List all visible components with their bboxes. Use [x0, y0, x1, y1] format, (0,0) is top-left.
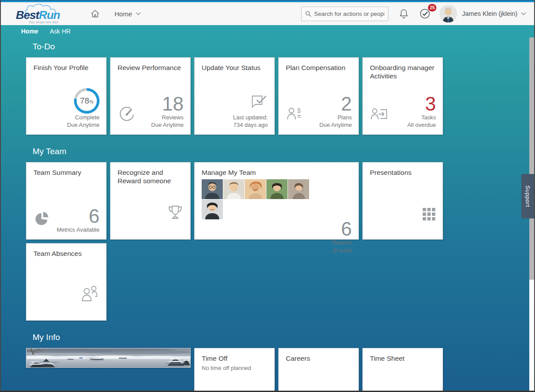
- onboarding-person-arrow-icon: [370, 106, 388, 122]
- tile-presentations[interactable]: Presentations: [362, 162, 443, 240]
- tab-home[interactable]: Home: [21, 28, 38, 35]
- tile-number: 2: [319, 94, 352, 114]
- people-icon: [80, 285, 100, 302]
- tile-time-sheet[interactable]: Time Sheet 5: [362, 348, 443, 391]
- header-home-label: Home: [114, 10, 132, 18]
- tile-number-alert: 3: [407, 94, 436, 114]
- tile-caption: Complete: [67, 114, 100, 121]
- logo-run-text: Run: [39, 8, 60, 22]
- tile-title: Plan Compensation: [286, 63, 352, 72]
- tile-subtitle: No time off planned: [202, 365, 268, 371]
- global-search[interactable]: [301, 7, 388, 21]
- trophy-icon: [167, 203, 184, 221]
- user-name-label: James Klein (jklein): [462, 10, 517, 17]
- tile-careers[interactable]: Careers 0: [278, 348, 359, 391]
- tile-caption: Plans: [319, 114, 352, 121]
- gauge-icon: [118, 105, 136, 122]
- tile-title: Time Sheet: [370, 354, 436, 362]
- section-title-my-info: My Info: [33, 333, 534, 342]
- bell-icon: [399, 8, 409, 19]
- support-tab-label: Support: [524, 185, 531, 207]
- tile-time-off[interactable]: Time Off No time off planned: [194, 348, 275, 391]
- tile-title: Careers: [286, 354, 352, 362]
- tile-title: Presentations: [370, 168, 436, 177]
- tile-caption: Due Anytime: [151, 121, 184, 129]
- search-input[interactable]: [314, 11, 384, 17]
- tile-caption: (6 total): [332, 247, 352, 254]
- user-avatar-image: [439, 5, 457, 22]
- profile-percent: 78: [80, 96, 89, 106]
- tile-number: 6: [57, 207, 100, 226]
- team-member-photo[interactable]: [266, 179, 288, 199]
- tile-caption: Metrics Available: [57, 226, 100, 233]
- scrollbar-thumb[interactable]: [529, 37, 534, 280]
- pie-chart-icon: [33, 210, 51, 227]
- tile-review-performance[interactable]: Review Performance 18 Reviews Due Anytim…: [110, 57, 191, 135]
- header-home-menu[interactable]: Home: [90, 8, 141, 19]
- tile-update-your-status[interactable]: Update Your Status Last updated: 734 day…: [194, 57, 275, 135]
- tile-title: Review Performance: [118, 63, 184, 72]
- tile-plan-compensation[interactable]: Plan Compensation $ 2 Plans Due Anytime: [278, 57, 359, 135]
- tile-onboarding-activities[interactable]: Onboarding manager Activities 3 Tasks Al…: [362, 57, 443, 135]
- winter-lake-photo: [26, 348, 190, 367]
- search-icon: [305, 10, 311, 18]
- tile-caption: Reviews: [151, 114, 184, 121]
- bestrun-logo[interactable]: BestRun Run simple with SAP: [16, 3, 69, 24]
- tile-finish-your-profile[interactable]: Finish Your Profile 78% Complete Due Any…: [26, 57, 107, 135]
- tile-title: Team Summary: [33, 168, 100, 177]
- tile-title: Manage My Team: [202, 168, 352, 177]
- todo-count-badge: 25: [428, 4, 436, 11]
- top-header: BestRun Run simple with SAP Home: [1, 2, 534, 25]
- tab-ask-hr[interactable]: Ask HR: [50, 28, 70, 35]
- profile-progress-donut: 78%: [74, 88, 100, 114]
- tile-caption: Last updated:: [233, 114, 268, 121]
- tile-caption: All overdue: [407, 121, 436, 129]
- tile-team-absences[interactable]: Team Absences: [26, 243, 107, 321]
- subnav: Home Ask HR: [1, 25, 534, 37]
- tile-title: Finish Your Profile: [33, 63, 100, 72]
- chevron-down-icon: [136, 12, 141, 15]
- team-photo-grid: [202, 179, 312, 219]
- notifications-button[interactable]: [399, 8, 409, 19]
- tile-number: 18: [151, 94, 184, 114]
- team-member-photo[interactable]: [223, 179, 244, 199]
- tile-number: 6: [332, 219, 352, 239]
- logo-tagline: Run simple with SAP: [29, 21, 58, 24]
- tile-title: Onboarding manager Activities: [370, 63, 436, 81]
- tile-team-summary[interactable]: Team Summary 6 Metrics Available: [26, 162, 107, 240]
- user-menu[interactable]: James Klein (jklein): [462, 10, 526, 17]
- app-window: BestRun Run simple with SAP Home: [0, 0, 535, 392]
- percent-sign: %: [89, 99, 94, 104]
- tile-title: Time Off: [202, 354, 268, 362]
- logo-best-text: Best: [16, 8, 39, 22]
- tile-caption: Tasks: [407, 114, 436, 121]
- team-member-photo[interactable]: [202, 200, 223, 219]
- tile-caption: Due Anytime: [67, 121, 100, 129]
- tile-caption: 734 days ago: [233, 121, 268, 129]
- tile-caption: Reports: [332, 239, 352, 246]
- svg-text:$: $: [297, 107, 301, 114]
- tile-caption: Due Anytime: [319, 121, 352, 129]
- grid-icon: [423, 208, 436, 221]
- tile-manage-my-team[interactable]: Manage My Team: [194, 162, 359, 240]
- home-icon: [90, 8, 100, 19]
- tile-title: Update Your Status: [202, 63, 268, 72]
- status-bubble-check-icon: [249, 92, 268, 110]
- support-tab[interactable]: Support: [521, 174, 534, 218]
- team-member-photo[interactable]: [245, 179, 266, 199]
- chevron-down-icon: [521, 12, 526, 15]
- home-dashboard: Home Ask HR To-Do Finish Your Profile 78…: [1, 25, 534, 391]
- tile-my-info-photo[interactable]: [26, 348, 191, 368]
- team-member-photo[interactable]: [288, 179, 309, 199]
- todo-button[interactable]: 25: [419, 8, 431, 19]
- section-title-todo: To-Do: [33, 42, 534, 52]
- tile-title: Team Absences: [33, 249, 100, 258]
- tile-recognize-reward[interactable]: Recognize and Reward someone: [110, 162, 191, 240]
- section-title-my-team: My Team: [33, 147, 534, 156]
- team-member-photo[interactable]: [202, 179, 223, 199]
- user-avatar[interactable]: [439, 5, 457, 22]
- person-dollar-icon: $: [286, 105, 303, 122]
- tile-title: Recognize and Reward someone: [118, 168, 184, 185]
